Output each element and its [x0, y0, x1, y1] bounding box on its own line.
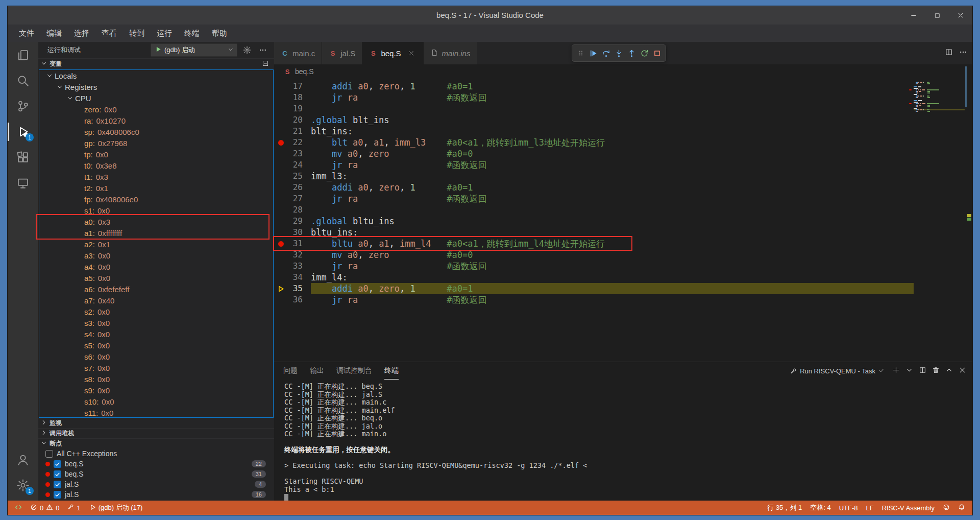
code-line-30[interactable]: 30bltu_ins: [274, 227, 972, 238]
section-variables-header[interactable]: 变量 [38, 58, 274, 69]
debug-play-icon[interactable] [154, 45, 162, 55]
line-content[interactable]: mv a0, zero #a0=0 [311, 249, 914, 261]
toolbar-gripper[interactable] [574, 46, 587, 60]
code-line-28[interactable]: 28 [274, 204, 972, 216]
variable-row-a5[interactable]: a5:0x0 [39, 272, 273, 283]
tab-close-icon[interactable] [406, 48, 416, 58]
close-button[interactable] [949, 6, 972, 25]
variable-row-s2[interactable]: s2:0x0 [39, 306, 273, 317]
variable-row-s8[interactable]: s8:0x0 [39, 373, 273, 385]
variable-row-t0[interactable]: t0:0x3e8 [39, 160, 273, 171]
tab-main.c[interactable]: Cmain.c [274, 42, 322, 64]
code-editor[interactable]: 17 addi a0, zero, 1 #a0=118 jr ra #函数返回1… [274, 79, 972, 362]
tab-jal.S[interactable]: Sjal.S [322, 42, 362, 64]
variable-row-fp[interactable]: fp:0x408006e0 [39, 194, 273, 205]
menu-item-查看[interactable]: 查看 [95, 27, 123, 40]
line-content[interactable]: addi a0, zero, 1 #a0=1 [311, 283, 914, 294]
activity-item-remote[interactable] [8, 171, 38, 195]
breakpoint-checkbox[interactable] [54, 470, 61, 478]
step-over-button[interactable] [600, 46, 612, 60]
breakpoint-row-jal.S[interactable]: jal.S4 [38, 479, 274, 489]
activity-item-run-debug[interactable]: 1 [8, 120, 38, 144]
code-line-34[interactable]: 34imm_l4: [274, 272, 972, 283]
line-content[interactable]: jr ra #函数返回 [311, 193, 914, 204]
variable-row-a2[interactable]: a2:0x1 [39, 239, 273, 250]
code-line-18[interactable]: 18 jr ra #函数返回 [274, 92, 972, 103]
variable-row-s11[interactable]: s11:0x0 [39, 407, 273, 418]
line-content[interactable]: blt_ins: [311, 126, 914, 137]
section-watch-header[interactable]: 监视 [38, 418, 274, 428]
step-out-button[interactable] [625, 46, 638, 60]
menu-item-文件[interactable]: 文件 [13, 27, 40, 40]
eol-indicator[interactable]: LF [862, 501, 878, 515]
code-line-35[interactable]: 35 addi a0, zero, 1 #a0=1 [274, 283, 972, 294]
minimap[interactable] [914, 82, 965, 112]
code-line-33[interactable]: 33 jr ra #函数返回 [274, 261, 972, 272]
menu-item-编辑[interactable]: 编辑 [40, 27, 68, 40]
line-content[interactable]: blt a0, a1, imm_l3 #a0<a1，跳转到imm_l3地址处开始… [311, 137, 914, 148]
maximize-button[interactable] [925, 6, 949, 25]
notifications-indicator[interactable] [954, 501, 969, 515]
line-content[interactable]: bltu_ins: [311, 227, 914, 238]
variable-row-a3[interactable]: a3:0x0 [39, 250, 273, 261]
code-line-17[interactable]: 17 addi a0, zero, 1 #a0=1 [274, 81, 972, 92]
panel-tab-问题[interactable]: 问题 [283, 363, 298, 380]
menu-item-转到[interactable]: 转到 [123, 27, 151, 40]
breakpoint-glyph[interactable] [274, 140, 287, 146]
step-into-button[interactable] [612, 46, 625, 60]
split-editor-icon[interactable] [945, 48, 953, 58]
variable-row-a4[interactable]: a4:0x0 [39, 261, 273, 272]
breakpoint-row-beq.S[interactable]: beq.S31 [38, 469, 274, 479]
line-content[interactable]: bltu a0, a1, imm_l4 #a0<a1，跳转到imm_l4地址处开… [311, 238, 914, 249]
tab-beq.S[interactable]: Sbeq.S [362, 42, 423, 64]
variable-row-s6[interactable]: s6:0x0 [39, 351, 273, 362]
breakpoint-checkbox[interactable] [45, 450, 53, 458]
variable-row-s4[interactable]: s4:0x0 [39, 328, 273, 340]
line-content[interactable]: imm_l3: [311, 171, 914, 182]
split-terminal-icon[interactable] [919, 366, 926, 376]
code-line-29[interactable]: 29.global bltu_ins [274, 216, 972, 227]
activity-item-accounts[interactable] [8, 447, 38, 472]
code-line-20[interactable]: 20.global blt_ins [274, 114, 972, 126]
code-line-23[interactable]: 23 mv a0, zero #a0=0 [274, 148, 972, 159]
remote-indicator[interactable] [11, 501, 26, 515]
variable-row-s1[interactable]: s1:0x0 [39, 205, 273, 216]
line-content[interactable]: imm_l4: [311, 272, 914, 283]
variable-row-sp[interactable]: sp:0x408006c0 [39, 126, 273, 137]
variable-row-s10[interactable]: s10:0x0 [39, 396, 273, 407]
variable-row-a1[interactable]: a1:0xffffffff [39, 227, 273, 239]
current-line-arrow[interactable] [274, 285, 287, 293]
breakpoint-checkbox[interactable] [54, 460, 61, 468]
debug-settings-gear-icon[interactable] [241, 44, 253, 56]
menu-item-帮助[interactable]: 帮助 [206, 27, 233, 40]
variable-row-a0[interactable]: a0:0x3 [39, 216, 273, 227]
activity-item-explorer[interactable] [8, 43, 38, 67]
editor-more-actions-icon[interactable] [959, 48, 967, 58]
breakpoint-row-All C++ Exceptions[interactable]: All C++ Exceptions [38, 448, 274, 459]
code-line-21[interactable]: 21blt_ins: [274, 126, 972, 137]
minimap-slider[interactable] [965, 66, 967, 107]
line-content[interactable]: .global blt_ins [311, 114, 914, 126]
scope-row-Locals[interactable]: Locals [39, 70, 273, 81]
panel-tab-调试控制台[interactable]: 调试控制台 [336, 363, 372, 380]
variable-row-a6[interactable]: a6:0xfefefeff [39, 283, 273, 295]
variable-row-s3[interactable]: s3:0x0 [39, 317, 273, 328]
breadcrumb[interactable]: S beq.S [274, 64, 972, 79]
feedback-indicator[interactable] [939, 501, 954, 515]
more-actions-icon[interactable] [257, 44, 269, 56]
line-content[interactable]: mv a0, zero #a0=0 [311, 148, 914, 159]
line-content[interactable]: jr ra #函数返回 [311, 159, 914, 171]
breakpoint-checkbox[interactable] [54, 491, 61, 499]
code-line-31[interactable]: 31 bltu a0, a1, imm_l4 #a0<a1，跳转到imm_l4地… [274, 238, 972, 249]
minimize-button[interactable] [902, 6, 925, 25]
line-content[interactable]: .global bltu_ins [311, 216, 914, 227]
activity-item-source-control[interactable] [8, 94, 38, 119]
activity-item-search[interactable] [8, 68, 38, 93]
restart-button[interactable] [638, 46, 651, 60]
activity-item-settings[interactable]: 1 [8, 473, 38, 498]
code-line-25[interactable]: 25imm_l3: [274, 171, 972, 182]
menu-item-运行[interactable]: 运行 [151, 27, 178, 40]
close-panel-icon[interactable] [959, 366, 966, 376]
variable-row-s7[interactable]: s7:0x0 [39, 362, 273, 373]
collapse-all-icon[interactable] [262, 60, 269, 68]
